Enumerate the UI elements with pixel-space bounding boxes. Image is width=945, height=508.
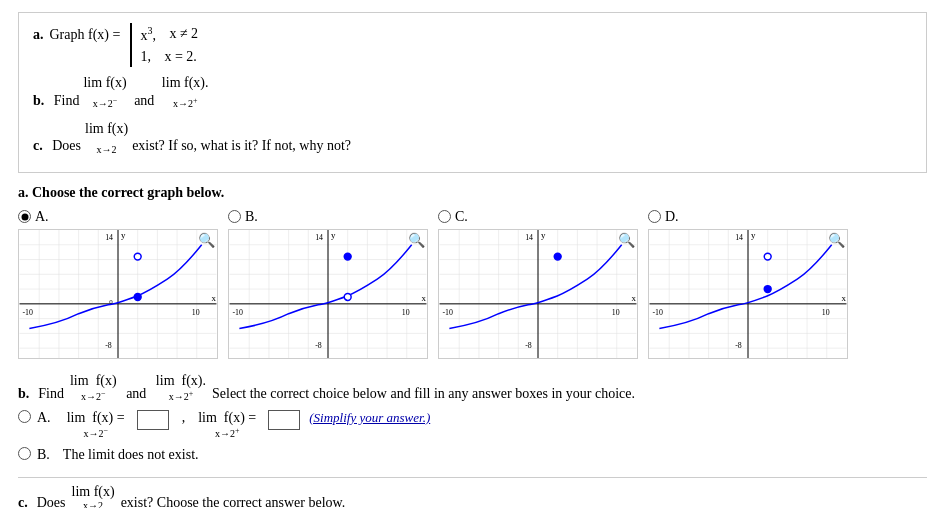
zoom-icon-c[interactable]: 🔍 <box>618 232 635 249</box>
sc-sub: x→2 <box>83 500 103 508</box>
answer-box-1[interactable] <box>137 410 169 430</box>
svg-text:y: y <box>751 230 756 240</box>
svg-text:-10: -10 <box>442 307 453 316</box>
graph-box-b: x y -10 10 14 -8 🔍 <box>228 229 428 359</box>
part-a-label: a. <box>33 23 44 47</box>
sb-oa-lim1: lim f(x) = <box>67 410 125 426</box>
zoom-icon-d[interactable]: 🔍 <box>828 232 845 249</box>
svg-point-80 <box>554 253 561 260</box>
sb-oa-sub2: x→2+ <box>215 426 240 439</box>
part-c-sub: x→2 <box>97 141 117 158</box>
part-b-lim1: lim f(x) <box>83 71 126 95</box>
sc-lim: lim f(x) <box>72 484 115 500</box>
answer-box-2[interactable] <box>268 410 300 430</box>
svg-text:14: 14 <box>525 232 533 241</box>
graph-label-b: B. <box>245 209 258 225</box>
svg-point-54 <box>344 253 351 260</box>
svg-text:14: 14 <box>735 232 743 241</box>
part-b-lim2: lim f(x). <box>162 71 209 95</box>
sc-does: Does <box>37 495 66 508</box>
section-b-option-a[interactable]: A. lim f(x) = x→2− , lim f(x) = x→2+ (Si… <box>18 410 927 439</box>
svg-text:x: x <box>632 292 637 302</box>
svg-text:y: y <box>331 230 336 240</box>
section-a-title: a. Choose the correct graph below. <box>18 185 927 201</box>
graph-svg-b: x y -10 10 14 -8 <box>229 230 427 358</box>
part-c-label: c. <box>33 134 43 158</box>
graph-option-d[interactable]: D. x <box>648 209 848 359</box>
graph-box-a: x y -10 10 14 -8 0 <box>18 229 218 359</box>
sb-lim2: lim f(x). <box>156 373 206 389</box>
sb-suffix: Select the correct choice below and fill… <box>212 386 635 402</box>
piecewise-function: x3, x ≠ 2 1, x = 2. <box>130 23 198 67</box>
graph-box-d: x y -10 10 14 -8 🔍 <box>648 229 848 359</box>
radio-c[interactable] <box>438 210 451 223</box>
zoom-icon-a[interactable]: 🔍 <box>198 232 215 249</box>
problem-statement: a. Graph f(x) = x3, x ≠ 2 1, x = 2. b. F… <box>18 12 927 173</box>
graph-svg-d: x y -10 10 14 -8 <box>649 230 847 358</box>
svg-text:-8: -8 <box>105 341 112 350</box>
part-b-sub2: x→2+ <box>173 94 198 112</box>
sb-oa-label: A. <box>37 410 58 426</box>
divider <box>18 477 927 478</box>
sb-ob-text: The limit does not exist. <box>63 447 199 463</box>
section-b-option-b[interactable]: B. The limit does not exist. <box>18 447 927 463</box>
svg-point-106 <box>764 253 771 260</box>
sb-lim1: lim f(x) <box>70 373 117 389</box>
section-a: a. Choose the correct graph below. A. <box>18 185 927 359</box>
part-c-text-prefix: Does <box>49 134 81 158</box>
svg-point-53 <box>344 293 351 300</box>
sc-suffix: exist? Choose the correct answer below. <box>121 495 346 508</box>
svg-text:y: y <box>121 230 126 240</box>
part-a-text: Graph f(x) = <box>50 23 121 47</box>
svg-text:x: x <box>422 292 427 302</box>
svg-point-27 <box>134 293 141 300</box>
part-b-label: b. <box>33 89 44 113</box>
part-c-text-suffix: exist? If so, what is it? If not, why no… <box>132 134 351 158</box>
radio-b-b[interactable] <box>18 447 31 460</box>
section-b-find: Find <box>38 386 64 402</box>
graph-label-a: A. <box>35 209 49 225</box>
part-b-and: and <box>131 89 158 113</box>
graph-label-c: C. <box>455 209 468 225</box>
svg-text:14: 14 <box>105 232 113 241</box>
sb-sub1: x→2− <box>81 389 106 402</box>
svg-point-107 <box>764 285 771 292</box>
svg-text:10: 10 <box>612 307 620 316</box>
graph-box-c: x y -10 10 14 -8 🔍 <box>438 229 638 359</box>
svg-text:-10: -10 <box>232 307 243 316</box>
section-b: b. Find lim f(x) x→2− and lim f(x). x→2+… <box>18 373 927 464</box>
section-c: c. Does lim f(x) x→2 exist? Choose the c… <box>18 484 927 508</box>
svg-text:10: 10 <box>402 307 410 316</box>
graph-option-b[interactable]: B. x <box>228 209 428 359</box>
svg-text:x: x <box>212 292 217 302</box>
graph-option-a[interactable]: A. <box>18 209 218 359</box>
graph-label-d: D. <box>665 209 679 225</box>
radio-b-a[interactable] <box>18 410 31 423</box>
sb-oa-lim2: lim f(x) = <box>198 410 256 426</box>
graph-svg-c: x y -10 10 14 -8 <box>439 230 637 358</box>
section-b-label: b. <box>18 386 29 402</box>
svg-text:-8: -8 <box>525 341 532 350</box>
svg-text:-10: -10 <box>22 307 33 316</box>
part-b-sub1: x→2− <box>93 94 118 112</box>
sb-sub2: x→2+ <box>169 389 194 402</box>
radio-a[interactable] <box>18 210 31 223</box>
svg-text:14: 14 <box>315 232 323 241</box>
svg-text:y: y <box>541 230 546 240</box>
graph-svg-a: x y -10 10 14 -8 0 <box>19 230 217 358</box>
section-c-label: c. <box>18 495 28 508</box>
svg-text:-10: -10 <box>652 307 663 316</box>
sb-oa-sub1: x→2− <box>83 426 108 439</box>
graph-option-c[interactable]: C. x <box>438 209 638 359</box>
zoom-icon-b[interactable]: 🔍 <box>408 232 425 249</box>
svg-text:10: 10 <box>192 307 200 316</box>
svg-text:-8: -8 <box>735 341 742 350</box>
simplify-note: (Simplify your answer.) <box>309 410 430 426</box>
radio-d[interactable] <box>648 210 661 223</box>
svg-text:10: 10 <box>822 307 830 316</box>
graphs-row: A. <box>18 209 927 359</box>
part-c-lim: lim f(x) <box>85 117 128 141</box>
sb-and: and <box>123 386 150 402</box>
svg-text:-8: -8 <box>315 341 322 350</box>
radio-b[interactable] <box>228 210 241 223</box>
